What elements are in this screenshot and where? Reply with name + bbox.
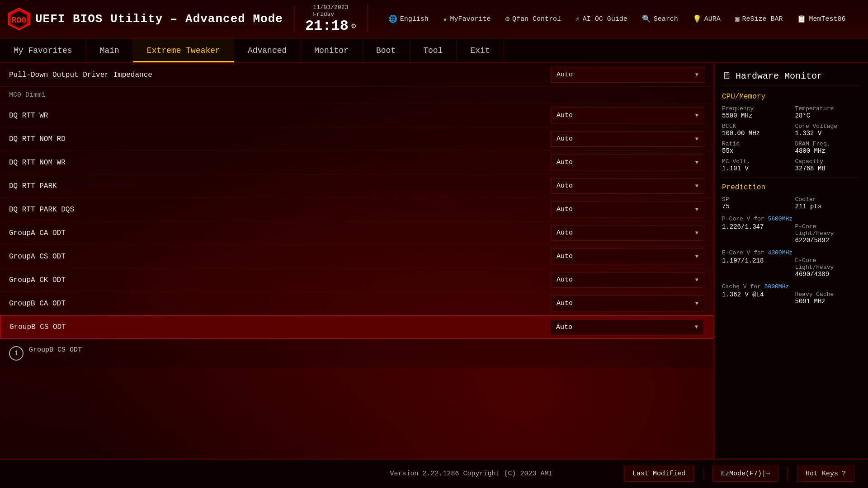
- tab-my-favorites[interactable]: My Favorites: [0, 38, 86, 62]
- setting-row-groupb-cs-odt[interactable]: GroupB CS ODT Auto: [0, 315, 713, 339]
- nav-aura[interactable]: 💡 AURA: [690, 13, 723, 25]
- nav-search[interactable]: 🔍 Search: [639, 13, 681, 25]
- time-display: 21:18 ⚙: [305, 18, 356, 34]
- setting-row-groupa-ca-odt[interactable]: GroupA CA ODT Auto: [0, 221, 713, 245]
- mc-volt-block: MC Volt. 1.101 V: [722, 158, 788, 172]
- rog-icon: ROG: [7, 7, 31, 31]
- setting-value-dq-rtt-wr[interactable]: Auto: [551, 108, 704, 123]
- info-text: GroupB CS ODT: [29, 346, 82, 354]
- hw-prediction-sp-grid: SP 75 Cooler 211 pts: [722, 196, 861, 210]
- footer-buttons: Last Modified EzMode(F7)|→ Hot Keys ?: [624, 466, 854, 482]
- footer: Version 2.22.1286 Copyright (C) 2023 AMI…: [0, 459, 868, 488]
- sp-block: SP 75: [722, 196, 788, 210]
- setting-label-groupa-ca-odt: GroupA CA ODT: [9, 229, 551, 237]
- ecore-v-value: 1.197/1.218: [722, 257, 788, 278]
- tab-monitor[interactable]: Monitor: [301, 38, 363, 62]
- setting-label-groupb-cs-odt: GroupB CS ODT: [9, 323, 550, 331]
- setting-row-dq-rtt-nom-rd[interactable]: DQ RTT NOM RD Auto: [0, 127, 713, 151]
- tabs-bar: My Favorites Main Extreme Tweaker Advanc…: [0, 38, 868, 63]
- hot-keys-button[interactable]: Hot Keys ?: [797, 466, 854, 482]
- nav-memtest[interactable]: 📋 MemTest86: [794, 13, 848, 25]
- setting-value-dq-rtt-nom-rd[interactable]: Auto: [551, 131, 704, 147]
- setting-value-groupa-ck-odt[interactable]: Auto: [551, 272, 704, 288]
- globe-icon: 🌐: [388, 14, 397, 23]
- dropdown-dq-rtt-park[interactable]: Auto: [551, 178, 704, 194]
- content-area[interactable]: Pull-Down Output Driver Impedance Auto M…: [0, 63, 714, 459]
- dropdown-groupb-ca-odt[interactable]: Auto: [551, 296, 704, 311]
- dropdown-groupb-cs-odt[interactable]: Auto: [550, 319, 704, 335]
- cpu-memory-section-title: CPU/Memory: [722, 93, 861, 101]
- setting-row-groupa-cs-odt[interactable]: GroupA CS ODT Auto: [0, 245, 713, 268]
- dropdown-groupa-cs-odt[interactable]: Auto: [551, 249, 704, 264]
- setting-value-pull-down[interactable]: Auto: [551, 67, 704, 83]
- dropdown-dq-rtt-park-dqs[interactable]: Auto: [551, 202, 704, 217]
- info-icon: i: [9, 346, 24, 361]
- setting-row-dq-rtt-nom-wr[interactable]: DQ RTT NOM WR Auto: [0, 151, 713, 174]
- dropdown-groupa-ck-odt[interactable]: Auto: [551, 272, 704, 288]
- setting-row-dq-rtt-park-dqs[interactable]: DQ RTT PARK DQS Auto: [0, 198, 713, 221]
- setting-label-dq-rtt-nom-rd: DQ RTT NOM RD: [9, 135, 551, 143]
- setting-label-pull-down: Pull-Down Output Driver Impedance: [9, 71, 551, 79]
- setting-row-groupa-ck-odt[interactable]: GroupA CK ODT Auto: [0, 268, 713, 292]
- footer-sep-2: [788, 467, 788, 481]
- tab-tool[interactable]: Tool: [410, 38, 457, 62]
- ecore-lh-block: E-Core Light/Heavy 4690/4389: [795, 257, 861, 278]
- star-icon: ★: [443, 14, 448, 23]
- nav-myfavorite[interactable]: ★ MyFavorite: [440, 13, 494, 25]
- cache-v-row: Cache V for 5000MHz 1.362 V @L4 Heavy Ca…: [722, 283, 861, 305]
- nav-resizebar[interactable]: ▣ ReSize BAR: [732, 13, 786, 25]
- capacity-block: Capacity 32768 MB: [795, 158, 861, 172]
- dropdown-pull-down[interactable]: Auto: [551, 67, 704, 83]
- dropdown-dq-rtt-nom-rd[interactable]: Auto: [551, 131, 704, 147]
- setting-label-dq-rtt-park-dqs: DQ RTT PARK DQS: [9, 206, 551, 214]
- frequency-block: Frequency 5500 MHz: [722, 105, 788, 119]
- header-nav: 🌐 English ★ MyFavorite ⚙ Qfan Control ⚡ …: [386, 13, 861, 25]
- setting-value-dq-rtt-nom-wr[interactable]: Auto: [551, 155, 704, 170]
- tab-advanced[interactable]: Advanced: [234, 38, 301, 62]
- setting-row-dq-rtt-park[interactable]: DQ RTT PARK Auto: [0, 174, 713, 198]
- nav-qfan[interactable]: ⚙ Qfan Control: [502, 13, 564, 25]
- nav-aioc[interactable]: ⚡ AI OC Guide: [573, 13, 630, 25]
- hw-cpu-memory-grid: Frequency 5500 MHz Temperature 28°C BCLK…: [722, 105, 861, 172]
- question-icon: ?: [842, 470, 846, 478]
- setting-value-dq-rtt-park[interactable]: Auto: [551, 178, 704, 194]
- date-display: 11/03/2023Friday: [313, 4, 348, 18]
- setting-label-groupb-ca-odt: GroupB CA ODT: [9, 300, 551, 308]
- info-box: i GroupB CS ODT: [0, 339, 713, 368]
- tab-exit[interactable]: Exit: [457, 38, 504, 62]
- core-voltage-block: Core Voltage 1.332 V: [795, 123, 861, 137]
- nav-english[interactable]: 🌐 English: [386, 13, 431, 25]
- tab-boot[interactable]: Boot: [363, 38, 410, 62]
- settings-icon[interactable]: ⚙: [351, 21, 356, 31]
- cache-v-grid: 1.362 V @L4 Heavy Cache 5091 MHz: [722, 291, 861, 305]
- dropdown-dq-rtt-wr[interactable]: Auto: [551, 108, 704, 123]
- setting-label-dq-rtt-park: DQ RTT PARK: [9, 182, 551, 190]
- setting-row-groupb-ca-odt[interactable]: GroupB CA ODT Auto: [0, 292, 713, 315]
- pcore-v-row: P-Core V for 5600MHz 1.226/1.347 P-Core …: [722, 216, 861, 244]
- prediction-section-title: Prediction: [722, 183, 861, 192]
- tab-main[interactable]: Main: [86, 38, 133, 62]
- cooler-block: Cooler 211 pts: [795, 196, 861, 210]
- dropdown-groupa-ca-odt[interactable]: Auto: [551, 225, 704, 241]
- setting-value-groupa-cs-odt[interactable]: Auto: [551, 249, 704, 264]
- setting-label-dq-rtt-nom-wr: DQ RTT NOM WR: [9, 159, 551, 167]
- aura-icon: 💡: [693, 14, 702, 23]
- setting-row-pull-down[interactable]: Pull-Down Output Driver Impedance Auto: [0, 63, 713, 87]
- dram-freq-block: DRAM Freq. 4800 MHz: [795, 141, 861, 155]
- pcore-v-grid: 1.226/1.347 P-Core Light/Heavy 6220/5892: [722, 223, 861, 244]
- main-layout: Pull-Down Output Driver Impedance Auto M…: [0, 63, 868, 459]
- setting-value-groupb-ca-odt[interactable]: Auto: [551, 296, 704, 311]
- tab-extreme-tweaker[interactable]: Extreme Tweaker: [133, 38, 234, 62]
- memtest-icon: 📋: [797, 14, 806, 23]
- dropdown-dq-rtt-nom-wr[interactable]: Auto: [551, 155, 704, 170]
- setting-value-groupa-ca-odt[interactable]: Auto: [551, 225, 704, 241]
- setting-value-groupb-cs-odt[interactable]: Auto: [550, 319, 704, 335]
- setting-label-dq-rtt-wr: DQ RTT WR: [9, 112, 551, 120]
- search-icon: 🔍: [642, 14, 651, 23]
- setting-row-dq-rtt-wr[interactable]: DQ RTT WR Auto: [0, 104, 713, 127]
- monitor-icon: 🖥: [722, 70, 731, 81]
- ez-mode-button[interactable]: EzMode(F7)|→: [712, 466, 778, 482]
- last-modified-button[interactable]: Last Modified: [624, 466, 694, 482]
- setting-value-dq-rtt-park-dqs[interactable]: Auto: [551, 202, 704, 217]
- cache-v-value: 1.362 V @L4: [722, 291, 788, 305]
